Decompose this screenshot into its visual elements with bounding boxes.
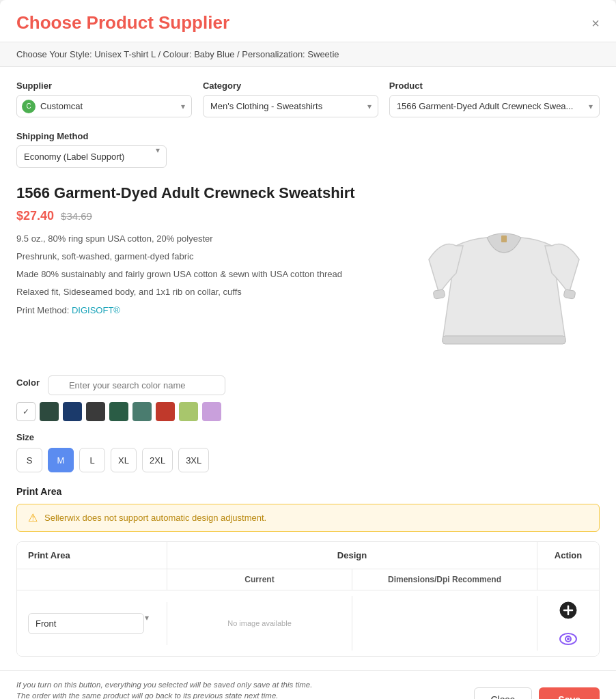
shipping-label: Shipping Method: [16, 131, 600, 141]
product-desc-4: Relaxed fit, Sideseamed body, and 1x1 ri…: [16, 285, 387, 300]
add-design-button[interactable]: [559, 601, 577, 619]
pa-sub-dims-header: Dimensions/Dpi Recommend: [352, 569, 537, 590]
save-button[interactable]: Save: [539, 687, 600, 699]
color-label: Color: [16, 377, 40, 388]
product-image: [415, 184, 593, 362]
size-buttons: S M L XL 2XL 3XL: [16, 448, 600, 472]
print-area-select[interactable]: Front Back Left Sleeve Right Sleeve: [28, 613, 144, 634]
modal-body: Supplier C Customcat ▾ Category Men's Cl…: [0, 67, 616, 670]
product-name: 1566 Garment-Dyed Adult Crewneck Sweatsh…: [16, 184, 387, 202]
color-swatch-light-green[interactable]: [179, 402, 198, 421]
product-section: 1566 Garment-Dyed Adult Crewneck Sweatsh…: [16, 184, 600, 362]
svg-rect-1: [563, 289, 576, 300]
print-area-table: Print Area Design Action Current Dimensi…: [16, 541, 600, 657]
size-btn-xl[interactable]: XL: [111, 448, 137, 472]
size-btn-s[interactable]: S: [16, 448, 42, 472]
color-swatch-dark-green[interactable]: [40, 402, 59, 421]
pa-data-action-cell: [537, 590, 599, 656]
color-swatch-white[interactable]: ✓: [16, 402, 36, 421]
pa-data-area-cell: Front Back Left Sleeve Right Sleeve ▾: [17, 602, 167, 645]
footer-note-1: If you turn on this button, everything y…: [16, 681, 312, 689]
size-btn-3xl[interactable]: 3XL: [178, 448, 209, 472]
product-filter: Product 1566 Garment-Dyed Adult Crewneck…: [389, 81, 600, 117]
footer-right: Close Save: [474, 687, 600, 699]
print-method-link[interactable]: DIGISOFT®: [72, 305, 120, 315]
product-select-wrapper: 1566 Garment-Dyed Adult Crewneck Swea...…: [389, 95, 600, 117]
category-select[interactable]: Men's Clothing - Sweatshirts: [203, 95, 378, 117]
footer-left: If you turn on this button, everything y…: [16, 681, 312, 699]
size-btn-m[interactable]: M: [48, 448, 74, 472]
product-details: 1566 Garment-Dyed Adult Crewneck Sweatsh…: [16, 184, 387, 362]
pa-sub-current-header: Current: [167, 569, 352, 590]
svg-rect-3: [501, 236, 507, 242]
price-row: $27.40 $34.69: [16, 209, 387, 223]
print-method: Print Method: DIGISOFT®: [16, 305, 387, 315]
close-icon[interactable]: ×: [591, 16, 600, 30]
product-desc-2: Preshrunk, soft-washed, garment-dyed fab…: [16, 249, 387, 264]
color-swatch-forest-green[interactable]: [109, 402, 128, 421]
svg-point-9: [567, 638, 570, 640]
color-search-input[interactable]: [48, 375, 225, 395]
product-label: Product: [389, 81, 600, 91]
product-desc-3: Made 80% sustainably and fairly grown US…: [16, 267, 387, 282]
svg-rect-0: [433, 289, 445, 300]
pa-data-current-cell: No image available: [167, 596, 352, 651]
pa-col-area-header: Print Area: [17, 542, 167, 569]
pa-subheader-row: Current Dimensions/Dpi Recommend: [17, 569, 599, 590]
product-desc-1: 9.5 oz., 80% ring spun USA cotton, 20% p…: [16, 231, 387, 246]
pa-col-action-header: Action: [537, 542, 599, 569]
price-current: $27.40: [16, 209, 54, 223]
footer-note-2: The order with the same product will go …: [16, 691, 312, 699]
color-search-wrapper: 🔍: [48, 375, 225, 395]
product-image-wrap: [408, 184, 600, 362]
pa-data-dims-cell: [352, 596, 537, 651]
color-swatches: ✓: [16, 402, 600, 421]
size-section: Size S M L XL 2XL 3XL: [16, 432, 600, 472]
pa-sub-area-header: [17, 569, 167, 590]
filters-row: Supplier C Customcat ▾ Category Men's Cl…: [16, 81, 600, 117]
pa-header-row: Print Area Design Action: [17, 542, 599, 569]
color-swatch-lavender[interactable]: [202, 402, 221, 421]
color-section: Color 🔍 ✓: [16, 375, 600, 421]
modal-title: Choose Product Supplier: [16, 12, 229, 33]
color-swatch-charcoal[interactable]: [86, 402, 105, 421]
shipping-select-wrapper: Economy (Label Support) Standard Expedit…: [16, 145, 167, 168]
color-swatch-navy[interactable]: [63, 402, 82, 421]
size-label: Size: [16, 432, 600, 442]
category-filter: Category Men's Clothing - Sweatshirts ▾: [203, 81, 378, 117]
print-area-section: Print Area ⚠ Sellerwix does not support …: [16, 486, 600, 657]
supplier-filter: Supplier C Customcat ▾: [16, 81, 192, 117]
supplier-select-wrapper: C Customcat ▾: [16, 95, 192, 117]
print-area-label: Print Area: [16, 486, 600, 497]
eye-icon: [559, 633, 577, 645]
warning-bar: ⚠ Sellerwix does not support automatic d…: [16, 504, 600, 532]
size-btn-l[interactable]: L: [79, 448, 105, 472]
supplier-select[interactable]: Customcat: [16, 95, 192, 117]
pa-sub-action-header: [537, 569, 599, 590]
supplier-label: Supplier: [16, 81, 192, 91]
category-label: Category: [203, 81, 378, 91]
pa-data-row: Front Back Left Sleeve Right Sleeve ▾ No…: [17, 590, 599, 656]
modal-footer: If you turn on this button, everything y…: [0, 670, 616, 699]
style-bar: Choose Your Style: Unisex T-shirt L / Co…: [0, 42, 616, 67]
color-swatch-teal[interactable]: [132, 402, 152, 421]
modal-container: Choose Product Supplier × Choose Your St…: [0, 0, 616, 699]
color-swatch-red[interactable]: [156, 402, 175, 421]
category-select-wrapper: Men's Clothing - Sweatshirts ▾: [203, 95, 378, 117]
warning-icon: ⚠: [28, 511, 38, 524]
print-area-chevron-icon: ▾: [145, 613, 149, 623]
svg-rect-2: [443, 336, 565, 344]
shipping-row: Shipping Method Economy (Label Support) …: [16, 131, 600, 168]
modal-header: Choose Product Supplier ×: [0, 0, 616, 42]
front-select-wrapper: Front Back Left Sleeve Right Sleeve ▾: [28, 613, 156, 634]
product-select[interactable]: 1566 Garment-Dyed Adult Crewneck Swea...: [389, 95, 600, 117]
add-circle-icon: [559, 601, 577, 619]
no-image-text: No image available: [227, 619, 292, 627]
view-design-button[interactable]: [559, 633, 577, 645]
pa-col-design-header: Design: [167, 542, 537, 569]
price-original: $34.69: [61, 210, 92, 222]
shipping-select[interactable]: Economy (Label Support) Standard Expedit…: [16, 145, 167, 168]
close-button[interactable]: Close: [474, 687, 533, 699]
size-btn-2xl[interactable]: 2XL: [142, 448, 173, 472]
warning-text: Sellerwix does not support automatic des…: [44, 513, 266, 523]
